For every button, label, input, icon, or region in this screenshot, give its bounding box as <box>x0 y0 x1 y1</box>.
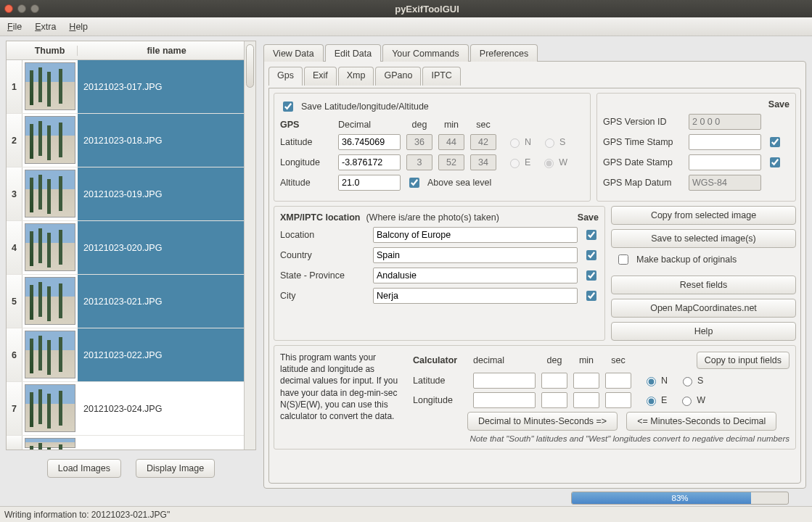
gps-timestamp-checkbox[interactable] <box>770 137 780 147</box>
close-icon[interactable] <box>4 4 13 13</box>
subtab-iptc[interactable]: IPTC <box>422 67 460 86</box>
city-label: City <box>280 291 367 301</box>
maximize-icon[interactable] <box>30 4 39 13</box>
table-row[interactable]: 120121023-017.JPG <box>7 60 255 114</box>
gps-header: GPS <box>280 120 332 130</box>
calc-lon-min[interactable] <box>573 392 599 408</box>
subtab-gpano[interactable]: GPano <box>375 67 421 86</box>
calc-lat-sec[interactable] <box>605 373 631 389</box>
backup-label: Make backup of originals <box>636 254 737 265</box>
file-table-scrollbar[interactable] <box>244 41 255 450</box>
location-panel: XMP/IPTC location (Where is/are the phot… <box>274 206 605 341</box>
location-checkbox[interactable] <box>586 230 596 240</box>
calc-lon-w-radio[interactable] <box>682 397 692 406</box>
window-title: pyExifToolGUI <box>46 4 808 14</box>
altitude-input[interactable] <box>338 175 401 191</box>
filename-cell: 20121023-019.JPG <box>78 167 255 220</box>
state-input[interactable] <box>373 268 578 283</box>
help-button[interactable]: Help <box>611 322 796 341</box>
calc-lat-min[interactable] <box>573 373 599 389</box>
minimize-icon[interactable] <box>17 4 26 13</box>
country-input[interactable] <box>373 247 578 263</box>
thumbnail <box>22 60 78 113</box>
latitude-decimal-input[interactable] <box>338 134 401 150</box>
table-row[interactable]: 220121023-018.JPG <box>7 114 255 167</box>
city-input[interactable] <box>373 288 578 304</box>
country-checkbox[interactable] <box>586 250 596 260</box>
state-label: State - Province <box>280 270 367 281</box>
gps-timestamp-input[interactable] <box>689 134 761 150</box>
progress-bar: 83% <box>571 492 789 505</box>
lat-n-radio <box>510 138 520 148</box>
dms-to-decimal-button[interactable]: <= Minutes-Seconds to Decimal <box>626 412 776 431</box>
col-header-thumb[interactable]: Thumb <box>22 46 78 56</box>
gps-datestamp-checkbox[interactable] <box>770 157 780 167</box>
filename-cell: 20121023-020.JPG <box>78 221 255 274</box>
decimal-to-dms-button[interactable]: Decimal to Minutes-Seconds => <box>467 412 618 431</box>
calc-lon-deg[interactable] <box>541 392 567 408</box>
save-lla-checkbox[interactable] <box>283 102 293 112</box>
location-save-header: Save <box>578 212 599 223</box>
lon-w-radio <box>544 159 554 168</box>
tab-view-data[interactable]: View Data <box>263 44 324 62</box>
tab-preferences[interactable]: Preferences <box>470 44 538 62</box>
subtab-exif[interactable]: Exif <box>304 67 337 86</box>
table-row[interactable]: 620121023-022.JPG <box>7 328 255 382</box>
table-row[interactable]: 320121023-019.JPG <box>7 167 255 221</box>
calc-lat-n-radio[interactable] <box>647 377 656 386</box>
thumbnail <box>22 382 78 435</box>
backup-checkbox[interactable] <box>618 254 628 265</box>
file-table: Thumb file name 120121023-017.JPG2201210… <box>6 41 256 450</box>
display-image-button[interactable]: Display Image <box>136 459 215 478</box>
state-checkbox[interactable] <box>586 270 596 281</box>
table-row[interactable]: 720121023-024.JPG <box>7 382 255 436</box>
tab-your-commands[interactable]: Your Commands <box>382 44 469 62</box>
edit-subtabs: Gps Exif Xmp GPano IPTC <box>268 66 801 85</box>
decimal-header: Decimal <box>338 120 401 130</box>
location-input[interactable] <box>373 227 578 243</box>
reset-fields-button[interactable]: Reset fields <box>611 276 796 294</box>
thumbnail <box>22 221 78 274</box>
tab-edit-data[interactable]: Edit Data <box>325 44 381 62</box>
subtab-xmp[interactable]: Xmp <box>338 67 374 86</box>
save-lla-label: Save Latitude/longitude/Altitude <box>301 102 429 112</box>
calc-lon-sec[interactable] <box>605 392 631 408</box>
calc-lon-decimal[interactable] <box>473 392 536 408</box>
thumbnail <box>22 275 78 328</box>
filename-cell: 20121023-021.JPG <box>78 275 255 328</box>
deg-header: deg <box>406 120 432 130</box>
gps-datestamp-input[interactable] <box>689 154 761 170</box>
save-to-selected-button[interactable]: Save to selected image(s) <box>611 229 796 248</box>
calc-lat-s-radio[interactable] <box>683 377 692 386</box>
calc-min-header: min <box>573 355 599 365</box>
lat-s-radio <box>545 138 554 148</box>
calc-lat-deg[interactable] <box>541 373 567 389</box>
latitude-label: Latitude <box>280 137 332 147</box>
subtab-gps[interactable]: Gps <box>268 67 303 86</box>
copy-from-selected-button[interactable]: Copy from selected image <box>611 206 796 225</box>
table-row[interactable]: 420121023-020.JPG <box>7 221 255 275</box>
load-images-button[interactable]: Load Images <box>47 459 121 478</box>
thumbnail <box>22 328 78 381</box>
calc-lon-e-radio[interactable] <box>647 397 656 406</box>
open-mapcoordinates-button[interactable]: Open MapCoordinates.net <box>611 299 796 318</box>
copy-to-input-button[interactable]: Copy to input fields <box>697 352 790 369</box>
calc-lat-decimal[interactable] <box>473 373 536 389</box>
calc-help-text: This program wants your latitude and lon… <box>280 352 407 443</box>
menu-help[interactable]: Help <box>69 22 88 32</box>
above-sealevel-checkbox[interactable] <box>409 178 419 188</box>
latitude-sec <box>470 134 496 150</box>
above-sealevel-label: Above sea level <box>427 178 491 188</box>
table-row[interactable]: 520121023-021.JPG <box>7 275 255 328</box>
menu-extra[interactable]: Extra <box>35 22 56 32</box>
longitude-decimal-input[interactable] <box>338 154 401 170</box>
col-header-filename[interactable]: file name <box>78 46 255 56</box>
latitude-min <box>438 134 464 150</box>
city-checkbox[interactable] <box>586 291 596 301</box>
min-header: min <box>438 120 464 130</box>
calc-lat-label: Latitude <box>413 376 467 386</box>
calc-note: Note that "South" latitudes and "West" l… <box>413 434 790 443</box>
status-bar: Writing information to: 20121023-021.JPG… <box>0 506 812 522</box>
menu-file[interactable]: File <box>7 22 22 32</box>
gps-datum-label: GPS Map Datum <box>603 178 683 188</box>
